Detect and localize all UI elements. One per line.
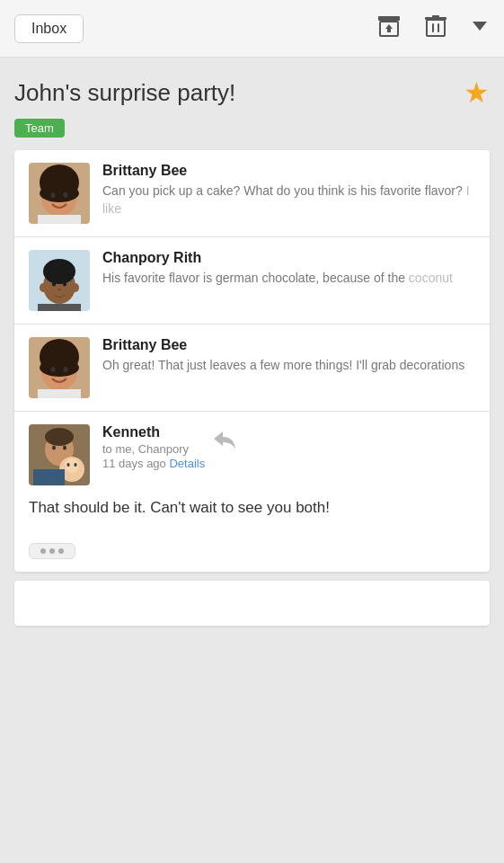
message-row[interactable]: Chanpory Rith His favorite flavor is ger… <box>14 237 490 325</box>
svg-rect-42 <box>33 469 65 485</box>
page-content: John's surprise party! ★ Team <box>0 58 504 635</box>
preview-text: Can you pick up a cake? What do you thin… <box>102 183 463 198</box>
svg-point-20 <box>52 282 56 287</box>
preview-text: Oh great! That just leaves a few more th… <box>102 358 464 372</box>
time-line: 11 days ago Details <box>102 457 205 470</box>
svg-point-24 <box>72 283 79 292</box>
details-link[interactable]: Details <box>169 457 205 470</box>
reply-icon[interactable] <box>212 430 239 457</box>
expanded-footer <box>14 534 90 572</box>
svg-point-30 <box>51 367 56 372</box>
dot2 <box>49 548 55 554</box>
svg-rect-25 <box>38 304 81 311</box>
svg-rect-8 <box>432 15 439 18</box>
svg-point-21 <box>63 282 66 287</box>
star-icon[interactable]: ★ <box>464 76 490 110</box>
svg-point-13 <box>40 184 79 202</box>
svg-point-40 <box>67 463 70 467</box>
more-options-button[interactable] <box>29 543 75 559</box>
svg-point-15 <box>64 192 68 198</box>
top-bar-icons <box>376 13 490 43</box>
svg-point-36 <box>52 446 56 450</box>
svg-point-31 <box>64 367 68 372</box>
team-tag[interactable]: Team <box>14 119 65 138</box>
time-text: 11 days ago <box>102 457 166 470</box>
svg-point-23 <box>40 283 47 292</box>
inbox-button[interactable]: Inbox <box>14 14 84 43</box>
message-row[interactable]: Brittany Bee Oh great! That just leaves … <box>14 325 490 412</box>
avatar <box>29 424 90 485</box>
message-content: Brittany Bee Can you pick up a cake? Wha… <box>102 163 475 218</box>
svg-point-22 <box>57 289 61 291</box>
expanded-meta: Kenneth to me, Chanpory 11 days ago Deta… <box>102 424 205 471</box>
svg-point-19 <box>43 259 75 284</box>
svg-rect-16 <box>38 215 81 224</box>
message-content: Chanpory Rith His favorite flavor is ger… <box>102 250 475 288</box>
svg-point-14 <box>51 192 56 198</box>
svg-rect-4 <box>427 20 445 36</box>
preview-fade: coconut <box>405 271 453 285</box>
expanded-sender: Kenneth <box>102 424 205 440</box>
avatar <box>29 337 90 398</box>
message-sender: Brittany Bee <box>102 337 475 353</box>
dropdown-icon[interactable] <box>470 16 490 40</box>
svg-point-37 <box>63 446 66 450</box>
dot3 <box>58 548 64 554</box>
svg-rect-3 <box>387 29 391 32</box>
delete-icon[interactable] <box>423 13 448 43</box>
message-sender: Chanpory Rith <box>102 250 475 266</box>
svg-rect-32 <box>38 389 81 398</box>
avatar <box>29 250 90 311</box>
archive-icon[interactable] <box>376 13 402 43</box>
svg-point-41 <box>75 463 77 467</box>
svg-point-35 <box>45 428 74 446</box>
expanded-message-row: Kenneth to me, Chanpory 11 days ago Deta… <box>14 412 490 572</box>
to-line: to me, Chanpory <box>102 442 205 456</box>
message-sender: Brittany Bee <box>102 163 475 179</box>
messages-card: Brittany Bee Can you pick up a cake? Wha… <box>14 150 490 572</box>
top-bar: Inbox <box>0 0 504 58</box>
message-preview: Can you pick up a cake? What do you thin… <box>102 182 475 218</box>
svg-point-29 <box>40 359 79 377</box>
message-content: Brittany Bee Oh great! That just leaves … <box>102 337 475 375</box>
message-preview: His favorite flavor is german chocolate,… <box>102 270 475 288</box>
subject-row: John's surprise party! ★ <box>14 76 490 110</box>
preview-text: His favorite flavor is german chocolate,… <box>102 271 405 285</box>
dot1 <box>40 548 46 554</box>
svg-rect-6 <box>438 23 439 32</box>
reply-icon-wrap <box>212 428 239 458</box>
message-preview: Oh great! That just leaves a few more th… <box>102 357 475 375</box>
expanded-header: Kenneth to me, Chanpory 11 days ago Deta… <box>14 412 253 493</box>
svg-rect-0 <box>378 16 400 21</box>
svg-rect-5 <box>432 23 434 32</box>
svg-marker-2 <box>385 24 393 29</box>
subject-title: John's surprise party! <box>14 79 235 107</box>
svg-point-39 <box>65 458 79 473</box>
avatar <box>29 163 90 224</box>
expanded-body: That should be it. Can't wait to see you… <box>14 493 344 534</box>
bottom-card-stub <box>14 581 490 626</box>
message-row[interactable]: Brittany Bee Can you pick up a cake? Wha… <box>14 150 490 237</box>
svg-marker-9 <box>473 22 487 31</box>
